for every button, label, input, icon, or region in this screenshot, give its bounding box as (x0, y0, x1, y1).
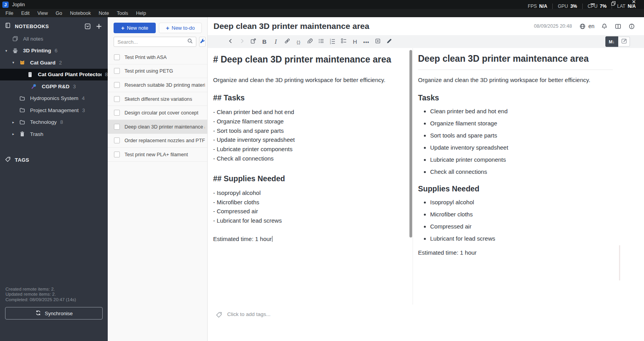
menu-item-go[interactable]: Go (52, 11, 66, 16)
toolbar-inline-code-button[interactable]: {;} (293, 37, 304, 47)
menu-item-notebook[interactable]: Notebook (66, 11, 95, 16)
sync-status-line: Created remote items: 2. (5, 287, 102, 292)
todo-checkbox[interactable] (114, 68, 120, 74)
sidebar-item-project-management[interactable]: Project Management3 (0, 104, 108, 116)
minimize-button[interactable] (589, 1, 596, 7)
restore-button[interactable] (610, 1, 617, 6)
chevron-right-icon[interactable]: ▸ (9, 132, 18, 136)
menu-item-file[interactable]: File (2, 11, 17, 16)
todo-checkbox[interactable] (114, 124, 120, 130)
new-note-button[interactable]: + New note (114, 23, 156, 33)
toolbar-back-button[interactable] (225, 37, 236, 47)
new-todo-button[interactable]: + New to-do (159, 23, 202, 33)
todo-checkbox[interactable] (114, 82, 120, 88)
todo-list-item[interactable]: Test print new PLA+ filament (108, 148, 207, 162)
editor-toolbar: BI{;}123H••• M↓ (208, 35, 644, 48)
toolbar-heading-button[interactable]: H (349, 37, 361, 47)
menu-item-help[interactable]: Help (132, 11, 150, 16)
notebook-icon (5, 22, 11, 30)
collapse-all-icon[interactable] (83, 22, 92, 30)
editor-scrollbar[interactable] (409, 48, 413, 305)
todo-checkbox[interactable] (114, 54, 120, 60)
new-notebook-plus-icon[interactable] (94, 22, 103, 30)
todo-list-item[interactable]: Research suitable 3D printing materia (108, 78, 207, 92)
todo-checkbox[interactable] (114, 152, 120, 157)
sidebar-item-hydroponics-system[interactable]: Hydroponics System4 (0, 93, 108, 105)
preview-list-item: Compressed air (430, 223, 613, 230)
sidebar-item-all-notes[interactable]: All notes (0, 33, 108, 45)
add-tags-label: Click to add tags... (227, 311, 270, 317)
todo-list-item[interactable]: Test print using PETG (108, 64, 207, 79)
note-title-input[interactable]: Deep clean 3D printer maintenance area (213, 21, 534, 31)
preview-list-item: Sort tools and spare parts (430, 132, 613, 139)
todo-list-item[interactable]: Sketch different size variations (108, 92, 207, 106)
italic-icon: I (275, 38, 277, 45)
sidebar-item-cat-guard[interactable]: ▾Cat Guard2 (0, 57, 108, 69)
preview-list-item: Clean printer bed and hot end (430, 108, 613, 114)
search-box[interactable] (114, 37, 196, 47)
sidebar-item-trash[interactable]: ▸Trash (0, 128, 108, 140)
menu-item-tools[interactable]: Tools (113, 11, 132, 16)
printer-icon (11, 48, 20, 54)
toolbar-italic-button[interactable]: I (270, 37, 281, 47)
toolbar-bulleted-list-button[interactable] (315, 37, 327, 47)
toolbar-insert-datetime-button[interactable] (372, 37, 383, 47)
checkbox-list-icon (341, 38, 347, 46)
todo-checkbox[interactable] (114, 110, 120, 116)
note-count: 8 (60, 119, 63, 125)
sidebar-item-cgpp-r-d[interactable]: CGPP R&D3 (0, 80, 108, 93)
chevron-down-icon[interactable]: ▾ (9, 61, 18, 64)
scrollbar-thumb[interactable] (409, 50, 412, 237)
menu-item-view[interactable]: View (34, 11, 52, 16)
markdown-line: Estimated time: 1 hour (213, 236, 409, 242)
markdown-preview: Deep clean 3D printer maintenance area O… (413, 48, 644, 305)
toolbar-external-edit-button[interactable] (247, 37, 259, 47)
sidebar-item-technology[interactable]: ▸Technology8 (0, 116, 108, 129)
search-icon[interactable] (187, 38, 193, 46)
toolbar-edit-pencil-button[interactable] (383, 37, 395, 47)
menu-item-edit[interactable]: Edit (17, 11, 34, 16)
markdown-line: ## Supplies Needed (213, 174, 409, 183)
bell-icon[interactable] (600, 22, 608, 30)
toolbar-forward-button[interactable] (236, 37, 247, 47)
tag-bar[interactable]: Click to add tags... (208, 305, 644, 341)
markdown-toggle-button[interactable]: M↓ (605, 36, 618, 47)
search-filter-button[interactable] (199, 37, 206, 47)
todo-checkbox[interactable] (114, 137, 120, 143)
toolbar-checkbox-list-button[interactable] (338, 37, 349, 47)
sync-status: Created remote items: 2. Updated remote … (0, 287, 108, 303)
toolbar-more-options-button[interactable]: ••• (361, 37, 372, 47)
search-input[interactable] (117, 39, 187, 45)
spellcheck-language[interactable]: en (588, 23, 594, 29)
todo-list-item[interactable]: Deep clean 3D printer maintenance ar (108, 120, 207, 134)
markdown-editor[interactable]: # Deep clean 3D printer maintenance area… (208, 48, 409, 305)
todo-title: Test print using PETG (125, 68, 173, 74)
sidebar-item-3d-printing[interactable]: ▾3D Printing6 (0, 45, 108, 57)
note-count: 6 (55, 48, 57, 54)
preview-intro: Organize and clean the 3D printing works… (418, 77, 613, 83)
toolbar-attach-file-button[interactable] (304, 37, 315, 47)
toolbar-hyperlink-button[interactable] (281, 37, 293, 47)
info-icon[interactable] (628, 22, 635, 30)
sidebar-item-cat-guard-plant-protector[interactable]: Cat Guard Plant Protector8 (0, 69, 108, 81)
todo-list-item[interactable]: Design circular pot cover concept (108, 106, 207, 120)
layout-columns-icon[interactable] (614, 22, 622, 30)
chevron-right-icon[interactable]: ▸ (9, 120, 18, 124)
preview-list-item: Lubricant for lead screws (430, 235, 613, 242)
markdown-line: - Microfiber cloths (213, 198, 409, 207)
richtext-toggle-button[interactable] (618, 37, 630, 46)
folder-icon (18, 95, 27, 102)
close-button[interactable]: × (631, 0, 637, 5)
chevron-down-icon[interactable]: ▾ (2, 49, 11, 53)
globe-icon[interactable] (578, 22, 586, 30)
toolbar-numbered-list-button[interactable]: 123 (327, 37, 338, 47)
toolbar-bold-button[interactable]: B (259, 37, 270, 47)
menu-item-note[interactable]: Note (95, 11, 113, 16)
synchronise-button[interactable]: Synchronise (5, 307, 103, 320)
preview-footer: Estimated time: 1 hour (418, 249, 613, 256)
todo-list-item[interactable]: Test Print with ASA (108, 50, 207, 64)
preview-scrollbar[interactable] (619, 245, 620, 280)
todo-checkbox[interactable] (114, 96, 120, 102)
markdown-line: - Organize filament storage (213, 117, 409, 126)
todo-list-item[interactable]: Order replacement nozzles and PTFE (108, 134, 207, 148)
